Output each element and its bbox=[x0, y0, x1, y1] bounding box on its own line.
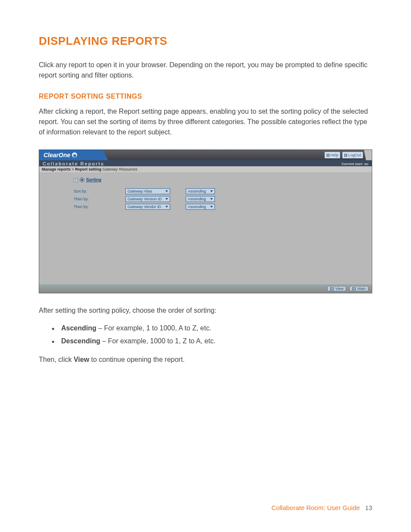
brand-text: ClearOne bbox=[44, 152, 70, 159]
sorting-header: ✓ Sorting bbox=[74, 177, 372, 182]
brand-logo: ClearOne ◉ bbox=[39, 150, 108, 160]
sort-row-3: Then by: Gateway Vendor ID Ascending bbox=[74, 204, 372, 210]
section-paragraph: After clicking a report, the Report sett… bbox=[39, 106, 372, 137]
sort-row-1: Sort by: Gateway Alias Ascending bbox=[74, 188, 372, 194]
app-subtitle: Collaborate Reports bbox=[43, 161, 104, 166]
logout-button[interactable]: LogOut bbox=[342, 152, 363, 159]
sorting-panel: ✓ Sorting Sort by: Gateway Alias Ascendi… bbox=[39, 172, 372, 284]
main-button[interactable]: Main bbox=[349, 286, 368, 291]
chevron-down-icon bbox=[165, 190, 168, 192]
page-title: DISPLAYING REPORTS bbox=[39, 34, 372, 48]
view-button[interactable]: View bbox=[327, 286, 346, 291]
chevron-down-icon bbox=[165, 206, 168, 208]
chevron-down-icon bbox=[165, 198, 168, 200]
app-titlebar: ClearOne ◉ Help LogOut bbox=[39, 150, 372, 160]
list-item: Descending – For example, 1000 to 1, Z t… bbox=[52, 335, 372, 348]
page-number: 13 bbox=[365, 504, 372, 511]
app-subtitle-bar: Collaborate Reports Current user: su bbox=[39, 160, 372, 166]
breadcrumb-leaf: Gateway Resources bbox=[103, 167, 137, 171]
current-user-label: Current user: su bbox=[342, 162, 368, 166]
chevron-down-icon bbox=[210, 190, 213, 192]
app-footer-bar: View Main bbox=[39, 284, 372, 293]
sort-order-select[interactable]: Ascending bbox=[186, 196, 215, 202]
sort-row-2: Then by: Gateway Version ID Ascending bbox=[74, 196, 372, 202]
help-button[interactable]: Help bbox=[324, 152, 341, 159]
intro-paragraph: Click any report to open it in your brow… bbox=[39, 60, 372, 81]
sorting-label: Sorting bbox=[86, 177, 101, 182]
page-footer: Collaborate Room: User Guide 13 bbox=[271, 504, 372, 511]
doc-title: Collaborate Room: User Guide bbox=[271, 504, 360, 511]
edit-corner-icon bbox=[364, 150, 372, 160]
sort-label: Then by: bbox=[74, 197, 125, 201]
section-heading: REPORT SORTING SETTINGS bbox=[39, 93, 372, 100]
breadcrumb: Manage reports > Report setting Gateway … bbox=[39, 166, 372, 172]
button-icon bbox=[352, 287, 356, 290]
after-paragraph: After setting the sorting policy, choose… bbox=[39, 305, 372, 316]
button-icon bbox=[330, 287, 334, 290]
sort-field-select[interactable]: Gateway Vendor ID bbox=[125, 204, 170, 210]
chevron-down-icon bbox=[210, 206, 213, 208]
breadcrumb-mid[interactable]: Report setting bbox=[75, 167, 101, 171]
sort-field-select[interactable]: Gateway Version ID bbox=[125, 196, 170, 202]
list-item: Ascending – For example, 1 to 1000, A to… bbox=[52, 322, 372, 335]
final-paragraph: Then, click View to continue opening the… bbox=[39, 356, 372, 364]
globe-icon: ◉ bbox=[72, 152, 77, 158]
chevron-down-icon bbox=[210, 198, 213, 200]
app-screenshot: ClearOne ◉ Help LogOut Collaborate Repor… bbox=[39, 149, 372, 293]
breadcrumb-root[interactable]: Manage reports bbox=[42, 167, 71, 171]
sorting-checkbox[interactable]: ✓ bbox=[74, 178, 78, 182]
sort-label: Then by: bbox=[74, 205, 125, 209]
order-list: Ascending – For example, 1 to 1000, A to… bbox=[52, 322, 372, 348]
sort-label: Sort by: bbox=[74, 189, 125, 193]
page-icon bbox=[327, 154, 330, 157]
sorting-radio-icon bbox=[80, 177, 84, 182]
page-icon bbox=[344, 154, 347, 157]
sort-order-select[interactable]: Ascending bbox=[186, 188, 215, 194]
sort-order-select[interactable]: Ascending bbox=[186, 204, 215, 210]
sort-field-select[interactable]: Gateway Alias bbox=[125, 188, 170, 194]
